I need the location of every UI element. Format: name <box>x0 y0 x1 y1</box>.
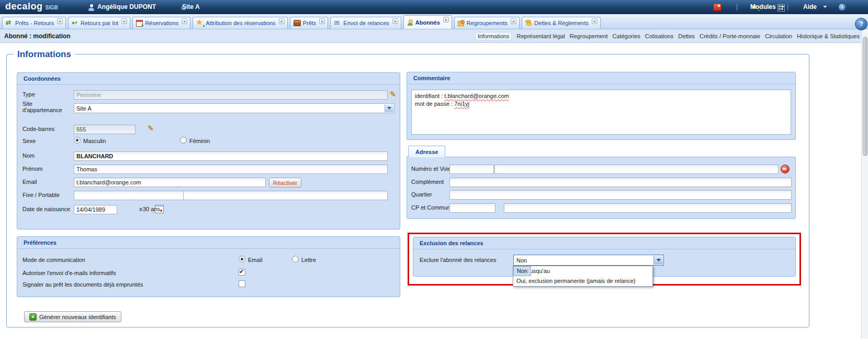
radio-masculin-label[interactable]: Masculin <box>83 138 106 144</box>
mot-de-passe-value: 7ni1yj <box>454 101 469 107</box>
tab-label: Retours par lot <box>81 20 118 26</box>
tab-label: Regroupements <box>467 20 508 26</box>
numero-field[interactable] <box>449 165 494 174</box>
quartier-label: Quartier <box>411 191 432 198</box>
code-barres-label: Code-barres <box>22 126 54 132</box>
vertical-scrollbar[interactable] <box>861 29 868 339</box>
voie-field[interactable] <box>494 165 779 174</box>
tab-adresse[interactable]: Adresse <box>408 146 445 157</box>
radio-email[interactable] <box>239 256 245 263</box>
radio-masculin[interactable] <box>74 137 81 144</box>
reactiver-button[interactable]: Réactiver <box>269 178 301 188</box>
aide-menu[interactable]: Aide <box>803 3 817 10</box>
prenom-label: Prénom <box>22 166 43 172</box>
return-arrow-icon <box>72 20 78 27</box>
close-icon[interactable] <box>121 18 127 24</box>
nav-dettes[interactable]: Dettes <box>678 33 695 39</box>
date-naissance-label: Date de naissance <box>22 206 70 212</box>
calendar-red-icon <box>136 20 143 27</box>
preferences-fieldset: Préférences Mode de communication Email … <box>17 236 400 297</box>
generer-identifiants-button[interactable]: Générer nouveaux identifiants <box>24 311 121 322</box>
type-label: Type <box>22 91 35 97</box>
adresse-fieldset: Numéro et Voie Complément Quartier CP et… <box>407 157 796 219</box>
nav-regroupement[interactable]: Regroupement <box>570 33 608 39</box>
close-icon[interactable] <box>443 17 449 23</box>
radio-lettre[interactable] <box>292 256 299 263</box>
exclusion-combobox-value: Non <box>516 257 527 264</box>
tab-reservations[interactable]: Réservations <box>132 17 190 29</box>
scrollbar-thumb[interactable] <box>863 37 867 156</box>
tab-strip: Prêts - Retours Retours par lot Réservat… <box>0 14 868 29</box>
nav-cotisations[interactable]: Cotisations <box>645 33 673 39</box>
nav-categories[interactable]: Catégories <box>613 33 640 39</box>
chevron-down-icon[interactable] <box>385 104 393 112</box>
close-icon[interactable] <box>392 18 398 24</box>
session-book-icon[interactable] <box>713 3 722 11</box>
radio-email-label[interactable]: Email <box>248 257 263 263</box>
chevron-down-icon[interactable] <box>653 256 663 265</box>
radio-feminin-label[interactable]: Féminin <box>189 138 210 144</box>
tab-attribution-reservations[interactable]: Attribution des réservations <box>193 17 287 29</box>
close-icon[interactable] <box>57 18 63 24</box>
dropdown-option-oui-jusquau[interactable]: Oui, jusqu'au <box>513 266 652 276</box>
cp-field[interactable] <box>449 203 495 213</box>
pencil-icon[interactable] <box>148 125 155 133</box>
nav-circulation[interactable]: Circulation <box>765 33 792 39</box>
nom-field[interactable]: BLANCHARD <box>74 151 388 161</box>
chevron-down-icon[interactable] <box>823 6 827 8</box>
tab-regroupements[interactable]: Regroupements <box>454 17 520 29</box>
tab-prets-retours[interactable]: Prêts - Retours <box>2 17 66 29</box>
nav-credits-porte-monnaie[interactable]: Crédits / Porte-monnaie <box>700 33 760 39</box>
exclusion-combobox[interactable]: Non <box>513 255 664 266</box>
current-site-label[interactable]: Site A <box>182 3 200 10</box>
tab-retours-par-lot[interactable]: Retours par lot <box>68 17 130 29</box>
quartier-field[interactable] <box>449 190 792 200</box>
email-field[interactable]: t.blanchard@orange.com <box>74 178 266 187</box>
commentaire-textarea[interactable]: identifiant : t.blanchard@orange.com mot… <box>411 90 791 135</box>
signaler-documents-checkbox[interactable] <box>239 280 245 287</box>
nav-historique-statistiques[interactable]: Historique & Statistiques <box>797 33 860 39</box>
nav-representant-legal[interactable]: Représentant légal <box>516 33 565 39</box>
close-icon[interactable] <box>511 18 516 24</box>
fixe-field[interactable] <box>74 191 190 200</box>
site-appartenance-value: Site A <box>76 105 92 112</box>
dropdown-option-non[interactable]: Non <box>513 266 531 276</box>
tab-envoi-relances[interactable]: Envoi de relances <box>330 17 401 29</box>
close-icon[interactable] <box>319 18 325 24</box>
modules-menu[interactable]: Modules <box>750 3 776 10</box>
fieldset-title: Commentaire <box>413 75 450 81</box>
dropdown-option-oui-permanente[interactable]: Oui, exclusion permanente (jamais de rel… <box>513 276 652 286</box>
close-icon[interactable] <box>592 18 598 24</box>
close-icon[interactable] <box>279 18 285 24</box>
tab-label: Prêts <box>303 20 317 26</box>
tab-dettes-reglements[interactable]: Dettes & Règlements <box>522 17 601 29</box>
current-user-label[interactable]: Angélique DUPONT <box>97 3 156 10</box>
radio-lettre-label[interactable]: Lettre <box>301 257 316 263</box>
code-barres-field: 555 <box>74 125 136 134</box>
separator: | <box>787 3 788 10</box>
prenom-field[interactable]: Thomas <box>74 165 388 174</box>
nav-informations[interactable]: Informations <box>475 32 512 40</box>
pencil-icon[interactable] <box>390 91 397 99</box>
coordonnees-fieldset: Coordonnées Type Personne Site d'apparte… <box>17 72 400 229</box>
autoriser-emails-checkbox[interactable] <box>239 269 245 276</box>
close-icon[interactable] <box>182 18 187 24</box>
radio-feminin[interactable] <box>180 137 187 144</box>
date-naissance-field[interactable]: 14/04/1989 <box>74 205 117 214</box>
chevron-down-icon[interactable] <box>781 6 785 8</box>
app-logo-text: decalog <box>5 1 43 12</box>
portable-field[interactable] <box>183 191 388 200</box>
help-button[interactable]: ? <box>855 18 867 30</box>
complement-field[interactable] <box>449 178 792 187</box>
site-appartenance-select[interactable]: Site A <box>74 103 394 113</box>
age-label: 30 ans <box>143 206 160 212</box>
envelope-icon <box>334 20 341 27</box>
group-icon <box>458 20 465 26</box>
sexe-label: Sexe <box>22 138 36 144</box>
tab-abonnes[interactable]: Abonnés <box>403 15 452 29</box>
tab-label: Dettes & Règlements <box>534 20 589 26</box>
commune-field[interactable] <box>504 203 792 213</box>
identifiant-label: identifiant : <box>415 93 444 99</box>
tab-prets[interactable]: Prêts <box>290 17 329 29</box>
minus-circle-icon[interactable] <box>781 165 790 173</box>
